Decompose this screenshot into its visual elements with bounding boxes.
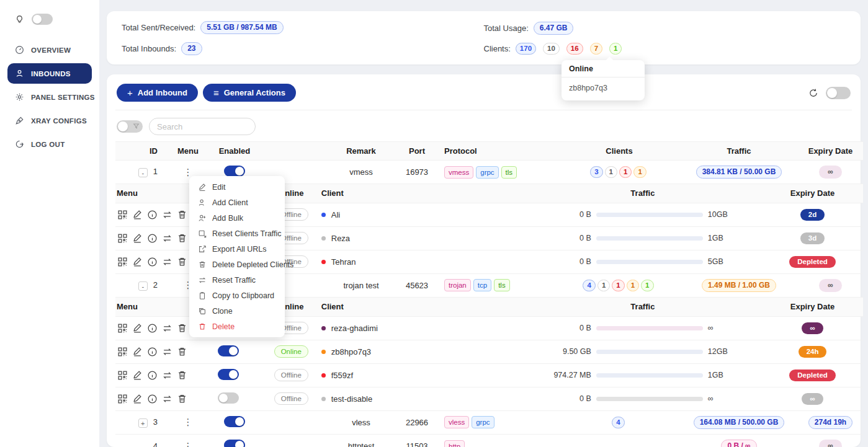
online-popup-title: Online	[562, 60, 645, 77]
reset-traffic-icon[interactable]	[162, 210, 172, 220]
info-icon[interactable]	[147, 210, 158, 220]
filter-toggle[interactable]	[117, 120, 143, 133]
logout-icon	[15, 139, 24, 149]
qr-code-icon[interactable]	[117, 347, 128, 357]
edit-icon[interactable]	[132, 394, 143, 404]
reset-traffic-icon[interactable]	[162, 233, 172, 244]
traffic-badge: 384.81 KB / 50.00 GB	[696, 166, 782, 179]
menu-item-export-all-urls[interactable]: Export All URLs	[189, 241, 285, 257]
search-input[interactable]	[149, 118, 256, 135]
sidebar-item-inbounds[interactable]: INBOUNDS	[7, 63, 92, 84]
inbounds-person-icon	[15, 69, 24, 78]
menu-item-add-bulk[interactable]: Add Bulk	[189, 210, 285, 226]
edit-icon[interactable]	[132, 210, 143, 220]
traffic-bar	[596, 397, 703, 401]
client-color-dot	[321, 397, 326, 401]
enabled-toggle[interactable]	[224, 440, 245, 447]
sidebar-item-xray-configs[interactable]: XRAY CONFIGS	[0, 110, 99, 131]
delete-client-icon[interactable]	[177, 210, 187, 220]
qr-code-icon[interactable]	[117, 394, 128, 404]
inbound-port: 16973	[391, 161, 443, 184]
sidebar-item-overview[interactable]: OVERVIEW	[0, 40, 99, 60]
qr-code-icon[interactable]	[117, 233, 128, 244]
row-menu-icon[interactable]: ⋮	[184, 417, 193, 427]
edit-icon[interactable]	[132, 370, 143, 381]
collapse-toggle[interactable]: -	[138, 281, 148, 291]
info-icon[interactable]	[147, 257, 158, 267]
clients-depleted-badge[interactable]: 16	[566, 43, 583, 55]
enabled-toggle[interactable]	[224, 166, 245, 177]
info-icon[interactable]	[147, 394, 158, 404]
qr-code-icon[interactable]	[117, 323, 128, 334]
clients-online-badge[interactable]: 1	[609, 43, 622, 55]
col-port: Port	[391, 142, 443, 161]
menu-item-clone[interactable]: Clone	[189, 303, 285, 319]
delete-client-icon[interactable]	[177, 257, 187, 267]
client-enabled-toggle[interactable]	[218, 392, 239, 404]
menu-item-reset-clients-traffic[interactable]: Reset Clients Traffic	[189, 226, 285, 241]
qr-code-icon[interactable]	[117, 210, 128, 220]
col-id: ID	[115, 142, 168, 161]
client-expiry-badge: Depleted	[789, 370, 836, 381]
delete-client-icon[interactable]	[177, 323, 187, 334]
traffic-badge: 164.08 MB / 500.00 GB	[694, 416, 785, 429]
expand-toggle[interactable]: +	[138, 418, 148, 428]
menu-item-add-client[interactable]: Add Client	[189, 195, 285, 210]
refresh-icon[interactable]	[808, 88, 818, 98]
add-inbound-button[interactable]: + Add Inbound	[117, 84, 198, 102]
client-count-badge[interactable]: 4	[612, 417, 624, 428]
reset-traffic-icon[interactable]	[162, 370, 172, 381]
menu-item-reset-traffic[interactable]: Reset Traffic	[189, 272, 285, 288]
client-count-badge[interactable]: 1	[627, 280, 639, 291]
clients-total-badge[interactable]: 170	[516, 43, 536, 55]
clients-expiring-badge[interactable]: 7	[590, 43, 602, 55]
edit-icon[interactable]	[132, 323, 143, 334]
client-color-dot	[321, 213, 326, 217]
row-menu-icon[interactable]: ⋮	[184, 441, 193, 447]
client-count-badge[interactable]: 1	[605, 166, 617, 178]
qr-code-icon[interactable]	[117, 370, 128, 381]
client-count-badge[interactable]: 1	[633, 166, 646, 178]
edit-icon[interactable]	[132, 257, 143, 267]
reset-traffic-icon[interactable]	[162, 323, 172, 334]
qr-code-icon[interactable]	[117, 257, 128, 267]
edit-icon[interactable]	[132, 233, 143, 244]
info-icon[interactable]	[147, 233, 158, 244]
sidebar-item-logout[interactable]: LOG OUT	[0, 134, 99, 154]
client-count-badge[interactable]: 1	[641, 280, 653, 291]
client-count-badge[interactable]: 1	[619, 166, 632, 178]
client-enabled-toggle[interactable]	[218, 345, 239, 356]
delete-depleted-icon	[198, 260, 207, 269]
client-enabled-toggle[interactable]	[218, 369, 239, 380]
auto-refresh-toggle[interactable]	[826, 87, 851, 99]
info-icon[interactable]	[147, 370, 158, 381]
delete-client-icon[interactable]	[177, 233, 187, 244]
general-actions-button[interactable]: ≡ General Actions	[203, 84, 296, 102]
row-menu-icon[interactable]: ⋮	[184, 167, 193, 177]
traffic-cap: 5GB	[708, 257, 734, 266]
delete-client-icon[interactable]	[177, 347, 187, 357]
sidebar-item-panel-settings[interactable]: PANEL SETTINGS	[0, 87, 99, 107]
clients-default-badge[interactable]: 10	[543, 43, 560, 55]
online-clients-popup: Online zb8hpo7q3	[562, 60, 645, 100]
info-icon[interactable]	[147, 323, 158, 334]
menu-item-delete-depleted-clients[interactable]: Delete Depleted Clients	[189, 257, 285, 272]
reset-traffic-icon[interactable]	[162, 347, 172, 357]
edit-icon[interactable]	[132, 347, 143, 357]
delete-client-icon[interactable]	[177, 394, 187, 404]
client-count-badge[interactable]: 3	[590, 166, 602, 178]
reset-traffic-icon[interactable]	[162, 394, 172, 404]
menu-item-copy-to-clipboard[interactable]: Copy to Clipboard	[189, 288, 285, 303]
theme-toggle[interactable]	[32, 14, 53, 25]
menu-item-edit[interactable]: Edit	[189, 179, 285, 195]
info-icon[interactable]	[147, 347, 158, 357]
traffic-bar	[596, 350, 703, 354]
client-count-badge[interactable]: 1	[612, 280, 624, 291]
enabled-toggle[interactable]	[224, 416, 245, 427]
menu-item-delete[interactable]: Delete	[189, 319, 285, 334]
client-count-badge[interactable]: 1	[597, 280, 610, 291]
reset-traffic-icon[interactable]	[162, 257, 172, 267]
collapse-toggle[interactable]: -	[138, 168, 148, 177]
delete-client-icon[interactable]	[177, 370, 187, 381]
client-count-badge[interactable]: 4	[583, 280, 595, 291]
